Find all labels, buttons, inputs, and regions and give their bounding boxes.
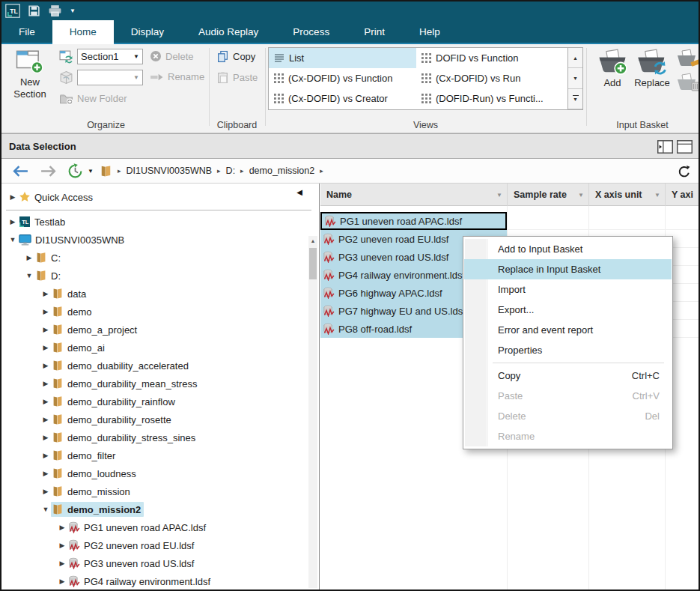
column-header-sample-rate[interactable]: Sample rate ▼ [507, 184, 588, 206]
tab-process[interactable]: Process [276, 20, 347, 44]
tree-item-demo[interactable]: ▶demo [1, 303, 319, 321]
save-icon[interactable] [28, 4, 40, 17]
table-row[interactable]: PG1 uneven road APAC.ldsf [320, 212, 699, 230]
cube-icon[interactable] [59, 70, 73, 85]
tree-item-data[interactable]: ▶data [1, 285, 319, 303]
tree-item-demo-durability-stress-sines[interactable]: ▶demo_durability_stress_sines [1, 428, 319, 446]
menu-item-properties[interactable]: Properties [464, 340, 672, 360]
menu-item-copy[interactable]: CopyCtrl+C [464, 366, 672, 386]
menu-item-export[interactable]: Export... [464, 300, 672, 320]
run-combo[interactable]: ▼ [77, 70, 143, 85]
view-item-cx-dofid-vs-creator[interactable]: (Cx-DOFID) vs Creator [269, 88, 416, 109]
tree-item-demo-durability-rainflow[interactable]: ▶demo_durability_rainflow [1, 393, 319, 410]
gallery-scroll-down-icon[interactable]: ▼ [568, 68, 582, 88]
tab-audio-replay[interactable]: Audio Replay [181, 20, 276, 44]
tree-item-pg3-uneven-road-us-ldsf[interactable]: ▶PG3 uneven road US.ldsf [1, 554, 319, 572]
collapsed-arrow-icon[interactable]: ▶ [40, 416, 51, 423]
tab-help[interactable]: Help [402, 20, 457, 44]
tree-item-testlab[interactable]: ▶TLTestlab [1, 213, 319, 231]
view-item-cx-dofid-vs-function[interactable]: (Cx-DOFID) vs Function [269, 68, 416, 88]
forward-icon[interactable] [40, 165, 57, 178]
filter-caret-icon[interactable]: ▼ [654, 192, 660, 198]
table-row-name-cell[interactable]: PG1 uneven road APAC.ldsf [320, 212, 507, 230]
menu-item-paste[interactable]: PasteCtrl+V [464, 386, 672, 406]
column-header-name[interactable]: Name ▼ [320, 184, 507, 206]
window-layout-icon[interactable] [677, 140, 693, 154]
tab-print[interactable]: Print [347, 20, 402, 44]
tab-home[interactable]: Home [52, 20, 114, 44]
tree-item-demo-mission2[interactable]: ▼demo_mission2 [1, 500, 319, 518]
tree-item-demo-a-project[interactable]: ▶demo_a_project [1, 321, 319, 339]
tree-item-di1usnvi0035wnb[interactable]: ▼DI1USNVI0035WNB [1, 231, 319, 249]
tree-item-quick-access[interactable]: ▶Quick Access [1, 188, 319, 206]
print-icon[interactable] [48, 4, 62, 17]
new-folder-button[interactable]: New Folder [59, 92, 127, 105]
filter-caret-icon[interactable]: ▼ [496, 192, 502, 198]
collapsed-arrow-icon[interactable]: ▶ [40, 470, 51, 477]
column-header-x-axis-unit[interactable]: X axis unit ▼ [588, 184, 665, 206]
tree-item-pg2-uneven-road-eu-ldsf[interactable]: ▶PG2 uneven road EU.ldsf [1, 536, 319, 554]
tree-item-demo-filter[interactable]: ▶demo_filter [1, 446, 319, 464]
delete-section-button[interactable]: Delete [150, 50, 194, 62]
basket-clean-icon[interactable] [676, 49, 700, 70]
view-item-dofid-run-vs-functi[interactable]: (DOFID-Run) vs Functi... [416, 88, 568, 109]
history-caret-icon[interactable]: ▼ [88, 168, 94, 175]
breadcrumb-segment-d[interactable]: D: [226, 166, 236, 176]
menu-item-rename[interactable]: Rename [464, 426, 672, 446]
collapsed-arrow-icon[interactable]: ▶ [57, 560, 67, 567]
view-item-dofid-vs-function[interactable]: DOFID vs Function [416, 48, 568, 68]
collapsed-arrow-icon[interactable]: ▶ [40, 434, 51, 441]
tree-item-c[interactable]: ▶C: [1, 249, 319, 267]
collapsed-arrow-icon[interactable]: ▶ [40, 326, 51, 333]
tree-item-d[interactable]: ▼D: [1, 267, 319, 285]
paste-button[interactable]: Paste [216, 71, 258, 84]
new-section-button[interactable]: New Section [7, 47, 52, 101]
breadcrumb-folder-icon[interactable] [100, 165, 112, 178]
tree-item-demo-mission[interactable]: ▶demo_mission [1, 482, 319, 500]
collapsed-arrow-icon[interactable]: ▶ [40, 362, 51, 369]
collapsed-arrow-icon[interactable]: ▶ [7, 193, 18, 201]
replace-in-basket-button[interactable]: Replace [632, 48, 672, 89]
collapsed-arrow-icon[interactable]: ▶ [57, 524, 67, 531]
menu-item-add-to-input-basket[interactable]: Add to Input Basket [464, 239, 672, 259]
tree-item-pg1-uneven-road-apac-ldsf[interactable]: ▶PG1 uneven road APAC.ldsf [1, 518, 319, 536]
breadcrumb-segment-demo-mission2[interactable]: demo_mission2 [249, 166, 315, 176]
back-icon[interactable] [12, 165, 29, 178]
breadcrumb-segment-di1usnvi0035wnb[interactable]: DI1USNVI0035WNB [126, 166, 212, 176]
collapsed-arrow-icon[interactable]: ▶ [57, 542, 67, 549]
tree-item-demo-loudness[interactable]: ▶demo_loudness [1, 464, 319, 482]
collapsed-arrow-icon[interactable]: ▶ [40, 290, 51, 297]
collapsed-arrow-icon[interactable]: ▶ [40, 398, 51, 405]
tree-item-pg4-railway-environment-ldsf[interactable]: ▶PG4 railway environment.ldsf [1, 572, 319, 590]
scroll-up-icon[interactable]: ▲ [308, 236, 317, 246]
refresh-icon[interactable] [678, 165, 691, 178]
collapsed-arrow-icon[interactable]: ▶ [40, 344, 51, 351]
tree-scrollbar[interactable]: ▲ [308, 236, 317, 588]
tree-item-demo-durability-rosette[interactable]: ▶demo_durability_rosette [1, 410, 319, 428]
quick-access-toolbar-caret-icon[interactable]: ▼ [70, 7, 76, 14]
rename-section-button[interactable]: Rename [150, 71, 204, 82]
collapsed-arrow-icon[interactable]: ▶ [40, 380, 51, 387]
add-to-basket-button[interactable]: Add [595, 48, 630, 89]
collapse-tree-icon[interactable]: ◀ [296, 188, 302, 196]
gallery-more-icon[interactable]: ▼ [568, 89, 582, 109]
tree-item-demo-duability-accelerated[interactable]: ▶demo_duability_accelerated [1, 357, 319, 375]
tree-item-demo-ai[interactable]: ▶demo_ai [1, 339, 319, 357]
collapsed-arrow-icon[interactable]: ▶ [40, 488, 51, 495]
switch-section-icon[interactable] [59, 49, 73, 64]
collapsed-arrow-icon[interactable]: ▶ [40, 308, 51, 315]
scrollbar-thumb[interactable] [309, 248, 317, 279]
section-combo[interactable]: Section1 ▼ [77, 49, 143, 64]
toggle-tree-panel-icon[interactable] [657, 140, 673, 154]
history-icon[interactable] [67, 163, 83, 179]
collapsed-arrow-icon[interactable]: ▶ [24, 254, 34, 261]
view-item-cx-dofid-vs-run[interactable]: (Cx-DOFID) vs Run [416, 68, 568, 88]
expanded-arrow-icon[interactable]: ▼ [24, 272, 34, 279]
tree-item-demo-durability-mean-stress[interactable]: ▶demo_durability_mean_stress [1, 375, 319, 393]
column-header-y-axis[interactable]: Y axi [665, 184, 699, 206]
copy-button[interactable]: Copy [216, 50, 255, 63]
tab-file[interactable]: File [1, 20, 52, 44]
view-item-list[interactable]: List [269, 48, 416, 68]
gallery-scroll-up-icon[interactable]: ▲ [568, 48, 582, 68]
basket-delete-icon[interactable] [676, 73, 700, 94]
